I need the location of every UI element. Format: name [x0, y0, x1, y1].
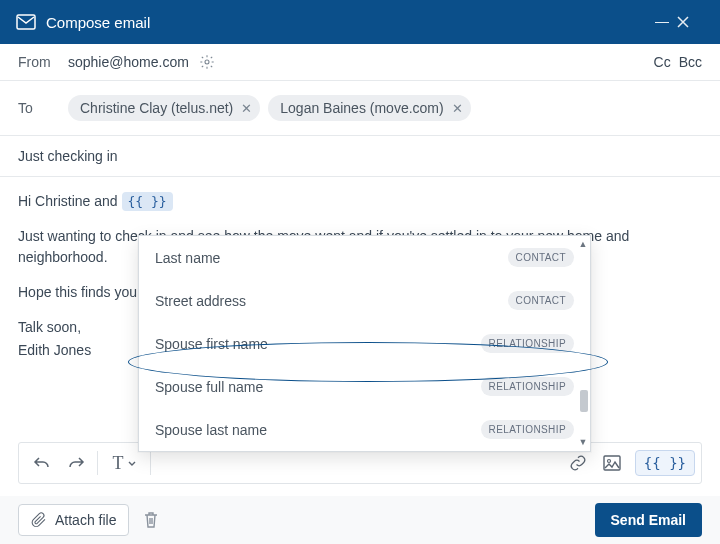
svg-point-3: [607, 460, 610, 463]
from-row: From sophie@home.com Cc Bcc: [0, 44, 720, 81]
from-label: From: [18, 54, 68, 70]
attach-file-button[interactable]: Attach file: [18, 504, 129, 536]
to-label: To: [18, 100, 68, 116]
dropdown-scrollbar[interactable]: ▲ ▼: [578, 240, 588, 447]
merge-token[interactable]: {{ }}: [122, 192, 173, 211]
cc-button[interactable]: Cc: [654, 54, 671, 70]
image-button[interactable]: [595, 448, 629, 478]
undo-button[interactable]: [25, 448, 59, 478]
dropdown-item-label: Last name: [155, 250, 220, 266]
from-address[interactable]: sophie@home.com: [68, 54, 189, 70]
remove-recipient-icon[interactable]: ✕: [452, 101, 463, 116]
subject-field[interactable]: Just checking in: [0, 136, 720, 177]
dropdown-item[interactable]: Spouse last name RELATIONSHIP: [139, 408, 590, 451]
svg-rect-0: [17, 15, 35, 29]
close-button[interactable]: [676, 15, 704, 29]
footer: Attach file Send Email: [0, 496, 720, 544]
recipient-chip-text: Logan Baines (move.com): [280, 100, 443, 116]
dropdown-item-label: Street address: [155, 293, 246, 309]
dropdown-item-label: Spouse first name: [155, 336, 268, 352]
redo-button[interactable]: [59, 448, 93, 478]
window-title: Compose email: [46, 14, 150, 31]
subject-text: Just checking in: [18, 148, 118, 164]
dropdown-item-label: Spouse last name: [155, 422, 267, 438]
minimize-button[interactable]: [648, 12, 676, 33]
dropdown-item-badge: RELATIONSHIP: [481, 420, 574, 439]
link-button[interactable]: [561, 448, 595, 478]
remove-recipient-icon[interactable]: ✕: [241, 101, 252, 116]
text-style-button[interactable]: T: [102, 448, 146, 478]
mail-icon: [16, 14, 36, 30]
insert-merge-field-button[interactable]: {{ }}: [635, 450, 695, 476]
recipient-chip[interactable]: Logan Baines (move.com) ✕: [268, 95, 470, 121]
dropdown-item-badge: CONTACT: [508, 291, 574, 310]
send-email-button[interactable]: Send Email: [595, 503, 702, 537]
dropdown-item-label: Spouse full name: [155, 379, 263, 395]
dropdown-item[interactable]: Street address CONTACT: [139, 279, 590, 322]
attach-file-label: Attach file: [55, 512, 116, 528]
dropdown-item-badge: RELATIONSHIP: [481, 377, 574, 396]
merge-field-dropdown: Last name CONTACT Street address CONTACT…: [138, 235, 591, 452]
dropdown-item[interactable]: Spouse first name RELATIONSHIP: [139, 322, 590, 365]
gear-icon[interactable]: [199, 54, 215, 70]
to-row: To Christine Clay (telus.net) ✕ Logan Ba…: [0, 81, 720, 136]
bcc-button[interactable]: Bcc: [679, 54, 702, 70]
recipient-chip-text: Christine Clay (telus.net): [80, 100, 233, 116]
dropdown-item-badge: RELATIONSHIP: [481, 334, 574, 353]
body-greeting: Hi Christine and: [18, 193, 122, 209]
recipient-chip[interactable]: Christine Clay (telus.net) ✕: [68, 95, 260, 121]
dropdown-item-badge: CONTACT: [508, 248, 574, 267]
scroll-thumb[interactable]: [580, 390, 588, 412]
svg-point-1: [205, 60, 209, 64]
paperclip-icon: [31, 512, 47, 528]
scroll-down-arrow[interactable]: ▼: [578, 438, 588, 447]
delete-draft-button[interactable]: [143, 511, 159, 529]
dropdown-item[interactable]: Last name CONTACT: [139, 236, 590, 279]
scroll-up-arrow[interactable]: ▲: [578, 240, 588, 249]
titlebar: Compose email: [0, 0, 720, 44]
dropdown-item[interactable]: Spouse full name RELATIONSHIP: [139, 365, 590, 408]
